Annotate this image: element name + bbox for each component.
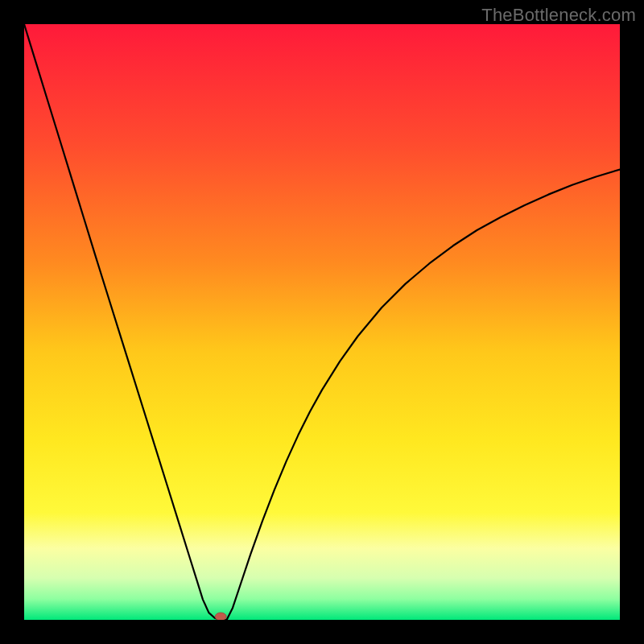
plot-area bbox=[24, 24, 620, 620]
chart-frame: TheBottleneck.com bbox=[0, 0, 644, 644]
gradient-background bbox=[24, 24, 620, 620]
optimal-point-marker bbox=[215, 613, 226, 620]
attribution-label: TheBottleneck.com bbox=[481, 5, 636, 26]
bottleneck-chart bbox=[24, 24, 620, 620]
